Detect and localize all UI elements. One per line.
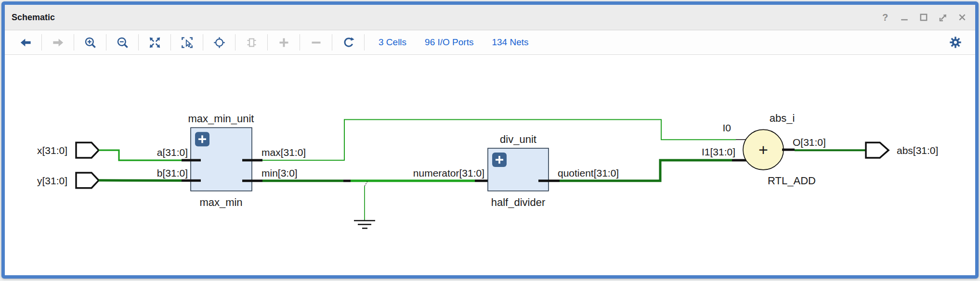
expand-cell-icon [245,36,258,49]
pin-numerator-label: numerator[31:0] [413,167,484,179]
schematic-window: Schematic ? [1,1,979,279]
plus-icon [277,36,290,49]
settings-button[interactable] [944,32,967,52]
pin-i1-label: I1[31:0] [702,146,735,157]
pin-quotient-label: quotient[31:0] [558,167,619,179]
toolbar-separator [203,34,203,51]
toolbar-separator [300,34,300,51]
io-ports-count-link[interactable]: 96 I/O Ports [425,37,473,48]
zoom-in-button[interactable] [79,32,101,52]
output-port-abs-label: abs[31:0] [897,145,938,156]
gear-icon [949,36,962,49]
toolbar-separator [235,34,235,51]
zoom-fit-button[interactable] [144,32,166,52]
zoom-out-button[interactable] [111,32,133,52]
pin-a-label: a[31:0] [157,147,188,158]
zoom-to-selection-button[interactable] [176,32,198,52]
expand-cell-button[interactable] [240,32,262,52]
expand-button[interactable] [273,32,295,52]
output-port-abs-symbol[interactable] [866,142,889,158]
schematic-canvas[interactable]: x[31:0] y[31:0] max_min_unit max_min a[3… [5,55,975,275]
minimize-icon[interactable] [898,11,911,24]
toolbar-separator [138,34,139,51]
pin-i0-label: I0 [722,122,731,133]
toolbar: 3 Cells 96 I/O Ports 134 Nets [5,30,975,55]
cell-div-instance-label: div_unit [500,133,536,145]
back-button[interactable] [14,32,37,52]
cell-maxmin-module-label: max_min [199,196,242,208]
title-bar: Schematic ? [5,5,975,30]
toolbar-separator [41,34,42,51]
cell-abs-instance-label: abs_i [770,112,795,124]
autofit-selection-button[interactable] [208,32,230,52]
autofit-selection-icon [213,36,226,49]
close-icon[interactable] [956,11,968,24]
toolbar-separator [364,34,365,51]
minus-icon [310,36,323,49]
input-port-x-symbol[interactable] [76,142,99,158]
window-controls: ? [879,11,968,24]
input-port-y-label: y[31:0] [37,175,67,186]
pin-o-label: O[31:0] [793,137,826,148]
forward-arrow-icon [52,36,65,49]
cell-abs-module-label: RTL_ADD [768,175,816,187]
help-icon[interactable]: ? [879,11,891,24]
input-port-y-symbol[interactable] [76,173,99,188]
cell-maxmin-instance-label: max_min_unit [188,113,254,125]
float-icon[interactable] [937,11,949,24]
back-arrow-icon [19,36,32,49]
cell-div-module-label: half_divider [491,196,545,208]
adder-operator: + [758,140,768,159]
input-port-x-label: x[31:0] [37,145,67,156]
toolbar-separator [267,34,268,51]
maximize-icon[interactable] [917,11,930,24]
forward-button[interactable] [47,32,69,52]
pin-min-label: min[3:0] [261,167,298,179]
refresh-icon [342,36,355,49]
pin-b-label: b[31:0] [157,167,188,179]
window-title: Schematic [12,13,55,23]
ground-symbol[interactable] [354,181,375,229]
nets-count-link[interactable]: 134 Nets [492,37,528,48]
zoom-to-selection-icon [181,36,194,49]
toolbar-separator [74,34,74,51]
toolbar-separator [332,34,332,51]
zoom-out-icon [116,36,129,49]
toolbar-separator [170,34,171,51]
toolbar-separator [106,34,106,51]
cells-count-link[interactable]: 3 Cells [379,37,406,48]
regenerate-layout-button[interactable] [337,32,359,52]
zoom-in-icon [84,36,97,49]
zoom-fit-icon [148,36,161,49]
collapse-button[interactable] [305,32,327,52]
pin-max-label: max[31:0] [261,147,306,158]
